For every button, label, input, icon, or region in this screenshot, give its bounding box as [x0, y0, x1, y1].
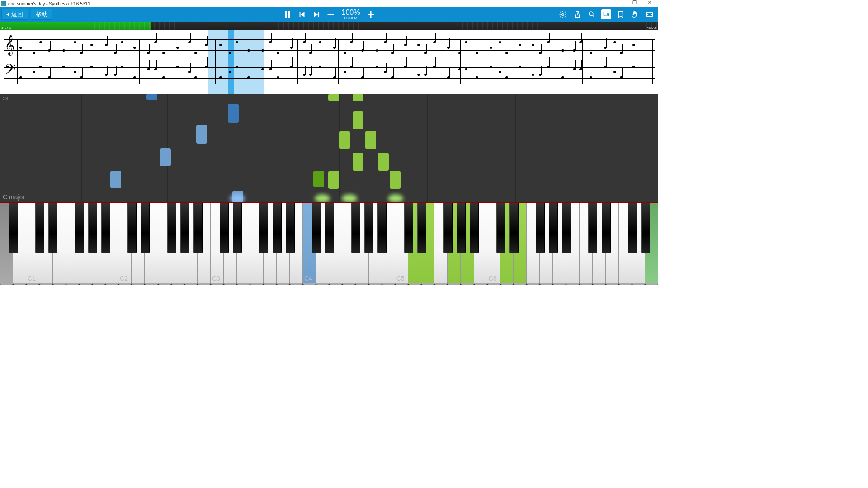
settings-icon[interactable] [558, 9, 568, 19]
next-button[interactable] [313, 11, 320, 18]
octave-label: C3 [212, 275, 220, 282]
black-key[interactable] [404, 203, 413, 253]
octave-label: C4 [304, 275, 312, 282]
black-key[interactable] [273, 203, 282, 253]
piano-keyboard[interactable]: C1C2C3C4C5C6 [0, 202, 658, 285]
falling-note [353, 94, 363, 101]
black-key[interactable] [88, 203, 97, 253]
falling-note [313, 171, 324, 187]
falling-note [353, 153, 363, 171]
black-key[interactable] [562, 203, 571, 253]
black-key[interactable] [312, 203, 321, 253]
black-key[interactable] [325, 203, 334, 253]
waterfall-panel: 23 C major [0, 94, 658, 202]
black-key[interactable] [193, 203, 203, 253]
black-key[interactable] [35, 203, 44, 253]
black-key[interactable] [220, 203, 229, 253]
black-key[interactable] [141, 203, 150, 253]
sheet-music-panel: 𝄞𝄢 [0, 30, 658, 94]
falling-note [390, 171, 401, 189]
falling-note [228, 104, 239, 123]
black-key[interactable] [9, 203, 18, 253]
close-button[interactable]: ✕ [642, 0, 657, 7]
hands-icon[interactable] [630, 9, 640, 19]
metronome-icon[interactable] [572, 9, 582, 19]
black-key[interactable] [101, 203, 110, 253]
falling-note [196, 125, 207, 144]
black-key[interactable] [628, 203, 637, 253]
black-key[interactable] [75, 203, 84, 253]
falling-note [378, 153, 389, 171]
window-titlebar: one summer's day - Synthesia 10.6.5311 —… [0, 0, 658, 7]
black-key[interactable] [233, 203, 242, 253]
black-key[interactable] [641, 203, 650, 253]
black-key[interactable] [286, 203, 295, 253]
black-key[interactable] [588, 203, 597, 253]
minimize-button[interactable]: — [611, 0, 627, 7]
black-key[interactable] [259, 203, 268, 253]
falling-note [146, 94, 157, 100]
falling-note [353, 111, 363, 129]
black-key[interactable] [48, 203, 57, 253]
black-key[interactable] [377, 203, 387, 253]
black-key[interactable] [351, 203, 360, 253]
black-key[interactable] [509, 203, 519, 253]
measure-number: 23 [3, 96, 8, 101]
help-button[interactable]: 帮助 [31, 9, 52, 20]
total-time: 4:37.5 [647, 26, 657, 30]
pause-button[interactable] [284, 11, 291, 18]
maximize-button[interactable]: ❐ [627, 0, 642, 7]
key-hint: C major [3, 193, 25, 201]
loop-icon[interactable] [645, 9, 655, 19]
octave-label: C5 [396, 275, 405, 282]
octave-label: C1 [28, 275, 36, 282]
falling-note [328, 94, 339, 101]
main-toolbar: 返回 帮助 100% 80 BPM La [0, 7, 658, 22]
tempo-bpm: 80 BPM [342, 16, 360, 20]
zoom-icon[interactable] [587, 9, 597, 19]
falling-note [160, 148, 171, 166]
black-key[interactable] [167, 203, 176, 253]
bookmark-icon[interactable] [616, 9, 626, 19]
black-key[interactable] [470, 203, 479, 253]
previous-button[interactable] [298, 11, 306, 18]
app-icon [1, 1, 6, 6]
song-progress-bar[interactable]: 1:04.3 4:37.5 [0, 22, 658, 30]
note-names-toggle[interactable]: La [601, 9, 611, 19]
falling-note [328, 171, 339, 189]
black-key[interactable] [364, 203, 373, 253]
black-key[interactable] [457, 203, 466, 253]
svg-point-0 [562, 14, 564, 16]
black-key[interactable] [602, 203, 611, 253]
octave-label: C6 [489, 275, 497, 282]
tempo-minus-button[interactable] [327, 11, 335, 18]
falling-note [365, 131, 376, 149]
falling-note [339, 131, 350, 149]
black-key[interactable] [180, 203, 189, 253]
black-key[interactable] [443, 203, 453, 253]
tempo-plus-button[interactable] [367, 11, 374, 18]
window-title: one summer's day - Synthesia 10.6.5311 [8, 1, 90, 6]
back-button[interactable]: 返回 [1, 9, 28, 20]
falling-note [110, 171, 121, 188]
progress-fill [0, 22, 151, 30]
black-key[interactable] [496, 203, 505, 253]
octave-label: C2 [120, 275, 128, 282]
tempo-display[interactable]: 100% 80 BPM [342, 9, 360, 20]
black-key[interactable] [127, 203, 137, 253]
svg-point-1 [589, 12, 593, 16]
elapsed-time: 1:04.3 [1, 26, 11, 30]
black-key[interactable] [536, 203, 545, 253]
black-key[interactable] [549, 203, 558, 253]
black-key[interactable] [417, 203, 426, 253]
tempo-percent: 100% [342, 9, 360, 16]
